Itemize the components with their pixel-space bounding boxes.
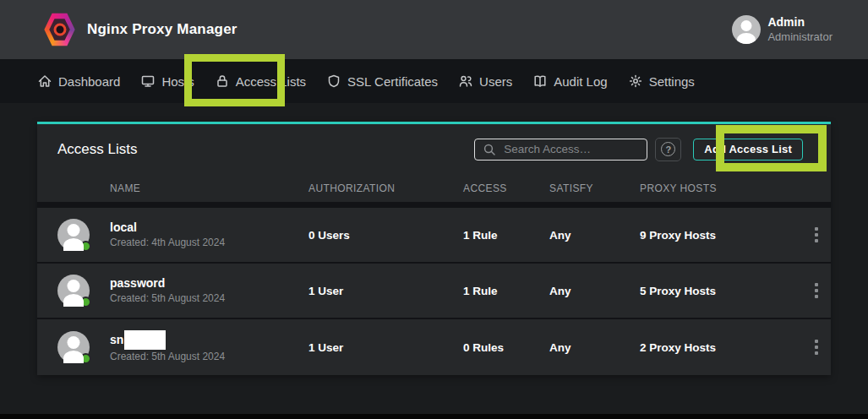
user-menu[interactable]: Admin Administrator <box>732 15 833 44</box>
column-header-access: ACCESS <box>463 182 549 194</box>
monitor-icon <box>140 73 156 89</box>
table-row[interactable]: password Created: 5th August 2024 1 User… <box>37 264 831 318</box>
table-row[interactable]: sn Created: 5th August 2024 1 User 0 Rul… <box>37 319 831 375</box>
main-content: Access Lists ? Add Access List NAME AUTH… <box>0 103 868 375</box>
help-button[interactable]: ? <box>655 138 681 161</box>
status-dot <box>80 353 91 364</box>
redaction-box <box>124 330 166 350</box>
npm-logo-icon <box>44 13 75 47</box>
cell-satisfy: Any <box>549 229 640 242</box>
cell-satisfy: Any <box>549 341 640 354</box>
column-header-name: NAME <box>37 182 308 194</box>
row-name: password <box>110 275 225 292</box>
row-menu-button[interactable] <box>801 278 831 303</box>
home-icon <box>37 73 52 89</box>
row-avatar <box>57 275 90 307</box>
table-divider <box>37 202 831 208</box>
cell-proxy-hosts: 9 Proxy Hosts <box>640 229 801 242</box>
cell-authorization: 1 User <box>308 285 463 297</box>
nav-item-label: Users <box>479 74 512 89</box>
search-icon <box>483 143 496 156</box>
column-header-authorization: AUTHORIZATION <box>308 182 463 194</box>
cell-proxy-hosts: 5 Proxy Hosts <box>640 285 801 297</box>
nav-item-users[interactable]: Users <box>458 73 512 89</box>
nav-item-label: Audit Log <box>554 74 607 89</box>
user-name: Admin <box>767 15 833 30</box>
row-avatar <box>57 219 90 251</box>
cell-access: 1 Rule <box>463 229 549 242</box>
table-row[interactable]: local Created: 4th August 2024 0 Users 1… <box>37 208 831 262</box>
user-avatar <box>732 15 761 44</box>
app-topbar: Nginx Proxy Manager Admin Administrator <box>0 0 868 59</box>
panel-header: Access Lists ? Add Access List <box>37 124 831 174</box>
status-dot <box>80 297 91 307</box>
nav-item-settings[interactable]: Settings <box>628 73 695 89</box>
add-access-list-button[interactable]: Add Access List <box>693 139 803 161</box>
nav-item-label: Settings <box>649 74 695 89</box>
row-created: Created: 5th August 2024 <box>110 350 225 364</box>
nav-item-hosts[interactable]: Hosts <box>140 73 194 89</box>
status-dot <box>80 241 91 252</box>
user-role: Administrator <box>767 30 833 44</box>
cell-authorization: 0 Users <box>308 229 463 242</box>
nav-item-access-lists[interactable]: Access Lists <box>215 73 306 89</box>
row-name: local <box>110 220 225 237</box>
book-icon <box>532 73 548 89</box>
search-input[interactable] <box>474 139 647 161</box>
app-title: Nginx Proxy Manager <box>87 21 237 38</box>
row-created: Created: 4th August 2024 <box>110 236 225 250</box>
nav-item-label: Dashboard <box>58 74 120 89</box>
table-body: local Created: 4th August 2024 0 Users 1… <box>37 208 831 375</box>
cell-satisfy: Any <box>549 285 640 297</box>
nav-item-ssl-certificates[interactable]: SSL Certificates <box>326 73 438 89</box>
question-icon: ? <box>661 142 675 156</box>
cell-access: 0 Rules <box>463 341 549 354</box>
nav-item-label: SSL Certificates <box>347 74 438 89</box>
cell-proxy-hosts: 2 Proxy Hosts <box>640 341 801 354</box>
access-lists-panel: Access Lists ? Add Access List NAME AUTH… <box>37 122 831 375</box>
users-icon <box>458 73 473 89</box>
main-nav: Dashboard Hosts Access Lists SSL Certifi… <box>0 59 868 103</box>
cell-access: 1 Rule <box>463 285 549 297</box>
nav-item-label: Hosts <box>161 74 194 89</box>
nav-item-audit-log[interactable]: Audit Log <box>532 73 607 89</box>
shield-icon <box>326 73 341 89</box>
lock-icon <box>215 73 230 89</box>
row-menu-button[interactable] <box>801 222 831 248</box>
row-menu-button[interactable] <box>801 335 831 360</box>
column-header-proxy-hosts: PROXY HOSTS <box>640 182 801 194</box>
table-header: NAME AUTHORIZATION ACCESS SATISFY PROXY … <box>37 174 831 202</box>
gear-icon <box>628 73 643 89</box>
row-avatar <box>57 331 90 363</box>
column-header-satisfy: SATISFY <box>549 182 640 194</box>
row-name: sn <box>110 330 225 350</box>
nav-item-dashboard[interactable]: Dashboard <box>37 73 120 89</box>
nav-item-label: Access Lists <box>236 74 306 89</box>
row-created: Created: 5th August 2024 <box>110 291 225 306</box>
cell-authorization: 1 User <box>308 341 463 354</box>
bottom-strip <box>0 414 868 419</box>
panel-title: Access Lists <box>57 141 137 158</box>
search-box <box>474 139 647 161</box>
